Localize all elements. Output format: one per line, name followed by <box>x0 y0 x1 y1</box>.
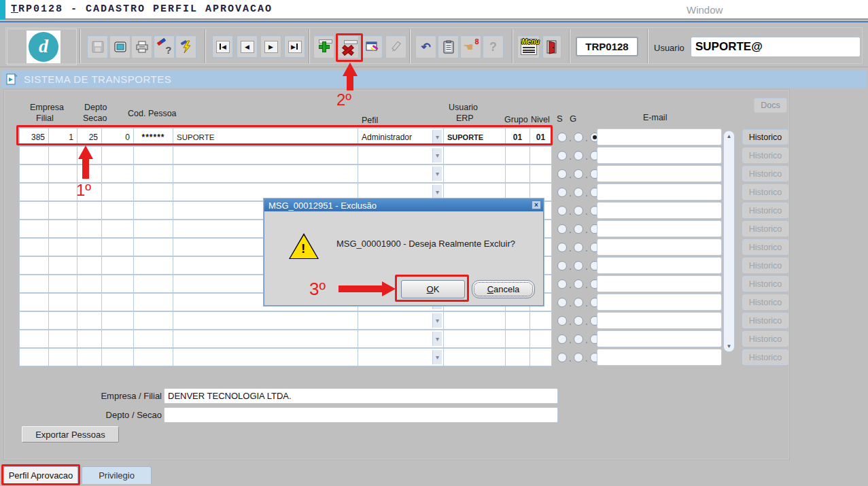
cell-empresa[interactable] <box>19 256 49 275</box>
radio-s[interactable] <box>557 279 567 289</box>
edit-pen-button[interactable] <box>385 35 406 58</box>
radio-middle[interactable] <box>574 133 583 142</box>
cell-pessoa[interactable] <box>173 164 358 183</box>
cell-cod-pessoa[interactable] <box>133 238 173 256</box>
usuario-field[interactable]: SUPORTE@ <box>691 37 861 57</box>
chevron-down-icon[interactable] <box>432 148 442 162</box>
radio-middle[interactable] <box>574 334 583 344</box>
cell-pessoa[interactable] <box>173 311 358 330</box>
radio-s[interactable] <box>557 316 567 326</box>
undo-button[interactable] <box>415 35 436 58</box>
menu-button[interactable]: Menu <box>517 35 540 58</box>
cell-nivel[interactable] <box>530 330 552 348</box>
cell-cod-pessoa[interactable] <box>133 330 173 348</box>
cell-secao[interactable] <box>101 256 134 275</box>
cell-pessoa[interactable] <box>173 348 358 366</box>
cell-depto[interactable] <box>77 201 102 220</box>
cancel-button[interactable]: Cancela <box>472 280 535 298</box>
radio-middle[interactable] <box>574 243 583 252</box>
process-button[interactable] <box>175 35 196 58</box>
pefil-dropdown[interactable] <box>358 164 444 183</box>
email-input[interactable] <box>597 275 722 292</box>
radio-middle[interactable] <box>574 316 583 326</box>
radio-s[interactable] <box>557 243 567 252</box>
pefil-dropdown[interactable] <box>358 348 444 366</box>
cell-filial[interactable] <box>48 311 77 330</box>
radio-s[interactable] <box>557 224 567 234</box>
cell-cod-pessoa[interactable] <box>133 183 173 201</box>
cell-empresa[interactable] <box>19 183 49 201</box>
depto-secao-field[interactable] <box>164 407 558 423</box>
cell-depto[interactable] <box>77 330 102 348</box>
email-scrollbar[interactable] <box>723 131 735 352</box>
scroll-up-icon[interactable] <box>724 133 734 139</box>
nav-first-button[interactable] <box>212 35 233 58</box>
historico-button[interactable]: Historico <box>742 166 788 181</box>
historico-button[interactable]: Historico <box>742 331 788 347</box>
cell-depto[interactable] <box>77 348 102 366</box>
cell-cod-pessoa[interactable] <box>133 311 173 330</box>
cell-cod-pessoa[interactable] <box>133 164 173 183</box>
cell-filial[interactable] <box>48 256 77 275</box>
nav-next-button[interactable] <box>260 35 281 58</box>
radio-middle[interactable] <box>574 261 583 271</box>
approve-hand-button[interactable] <box>460 35 481 58</box>
email-input[interactable] <box>597 349 722 366</box>
cell-grupo[interactable] <box>505 164 530 183</box>
pefil-dropdown[interactable] <box>358 330 444 348</box>
radio-s[interactable] <box>557 298 567 307</box>
email-input[interactable] <box>597 147 722 164</box>
email-input[interactable] <box>597 239 722 256</box>
radio-s[interactable] <box>557 133 567 142</box>
historico-button[interactable]: Historico <box>742 129 788 145</box>
cell-secao[interactable] <box>101 146 134 164</box>
cell-grupo[interactable] <box>505 146 530 164</box>
cell-secao[interactable] <box>101 164 134 183</box>
cell-pessoa[interactable] <box>173 330 358 348</box>
historico-button[interactable]: Historico <box>742 349 788 365</box>
cell-filial[interactable] <box>48 238 77 256</box>
historico-button[interactable]: Historico <box>742 147 788 163</box>
cell-usuario-erp[interactable] <box>443 146 506 164</box>
cell-nivel[interactable] <box>530 348 552 366</box>
query-button[interactable] <box>362 35 383 58</box>
save-button[interactable] <box>87 35 108 58</box>
cell-filial[interactable] <box>48 164 77 183</box>
email-input[interactable] <box>597 294 722 311</box>
cell-empresa[interactable] <box>19 146 49 164</box>
cell-secao[interactable] <box>101 275 134 293</box>
add-record-button[interactable] <box>313 35 334 58</box>
cell-nivel[interactable] <box>530 146 552 164</box>
cell-nivel[interactable] <box>530 311 552 330</box>
historico-button[interactable]: Historico <box>742 184 788 200</box>
menu-window[interactable]: Window <box>687 4 723 16</box>
cell-nivel[interactable] <box>530 164 552 183</box>
cell-filial[interactable] <box>48 348 77 366</box>
radio-s[interactable] <box>557 261 567 271</box>
chevron-down-icon[interactable] <box>432 350 442 364</box>
tab-privilegio[interactable]: Privilegio <box>82 466 152 484</box>
email-input[interactable] <box>597 330 722 347</box>
radio-middle[interactable] <box>574 169 583 179</box>
radio-middle[interactable] <box>574 353 583 362</box>
cell-empresa[interactable] <box>19 164 49 183</box>
cell-secao[interactable] <box>101 348 134 366</box>
cell-usuario-erp[interactable] <box>443 164 506 183</box>
cell-secao[interactable] <box>101 201 134 220</box>
cell-cod-pessoa[interactable] <box>133 293 173 311</box>
cell-filial[interactable] <box>48 183 77 201</box>
program-code-field[interactable]: TRP0128 <box>576 37 638 56</box>
email-input[interactable] <box>597 165 722 182</box>
radio-s[interactable] <box>557 353 567 362</box>
radio-middle[interactable] <box>574 279 583 289</box>
cell-cod-pessoa[interactable] <box>133 220 173 238</box>
cell-usuario-erp[interactable] <box>443 311 506 330</box>
empresa-filial-field[interactable]: DENVER TECNOLOGIA LTDA. <box>164 388 558 404</box>
email-input[interactable] <box>597 220 722 237</box>
cell-pessoa[interactable] <box>173 146 358 164</box>
close-icon[interactable] <box>532 201 541 209</box>
cell-usuario-erp[interactable] <box>443 330 506 348</box>
chevron-down-icon[interactable] <box>432 167 442 181</box>
screen-button[interactable] <box>109 35 131 58</box>
email-input[interactable] <box>597 257 722 274</box>
